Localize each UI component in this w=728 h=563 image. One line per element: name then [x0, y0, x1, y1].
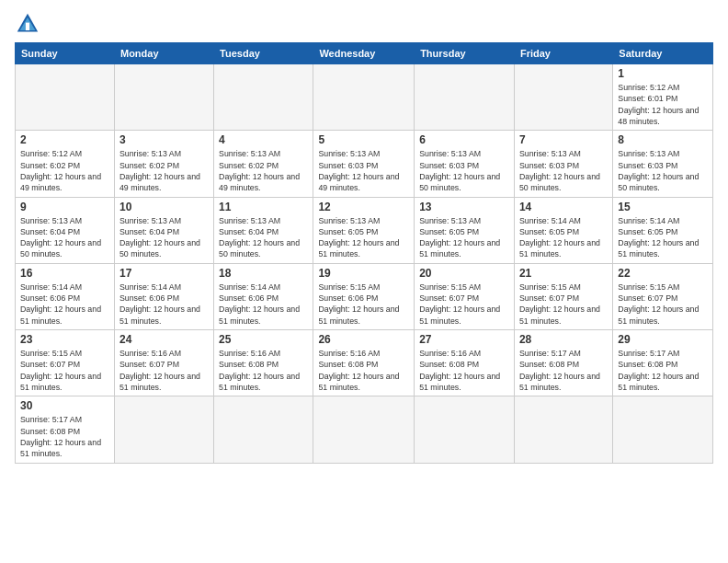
calendar-cell [114, 396, 213, 463]
calendar-cell: 15Sunrise: 5:14 AMSunset: 6:05 PMDayligh… [613, 197, 713, 263]
header [15, 11, 713, 37]
calendar-cell: 20Sunrise: 5:15 AMSunset: 6:07 PMDayligh… [415, 263, 515, 329]
day-info: Sunrise: 5:15 AMSunset: 6:07 PMDaylight:… [618, 282, 708, 327]
day-info: Sunrise: 5:13 AMSunset: 6:03 PMDaylight:… [618, 148, 708, 193]
weekday-header-friday: Friday [514, 43, 612, 64]
day-info: Sunrise: 5:13 AMSunset: 6:02 PMDaylight:… [119, 148, 209, 193]
weekday-header-sunday: Sunday [16, 43, 115, 64]
page: SundayMondayTuesdayWednesdayThursdayFrid… [0, 0, 728, 471]
calendar-table: SundayMondayTuesdayWednesdayThursdayFrid… [15, 42, 713, 464]
calendar-cell: 10Sunrise: 5:13 AMSunset: 6:04 PMDayligh… [114, 197, 213, 263]
day-number: 3 [119, 133, 209, 146]
svg-rect-2 [26, 23, 29, 30]
day-info: Sunrise: 5:16 AMSunset: 6:08 PMDaylight:… [419, 348, 509, 393]
calendar-cell: 13Sunrise: 5:13 AMSunset: 6:05 PMDayligh… [415, 197, 515, 263]
calendar-cell: 16Sunrise: 5:14 AMSunset: 6:06 PMDayligh… [16, 263, 115, 329]
day-number: 29 [618, 333, 708, 346]
day-number: 27 [419, 333, 509, 346]
calendar-cell: 19Sunrise: 5:15 AMSunset: 6:06 PMDayligh… [313, 263, 415, 329]
calendar-cell: 18Sunrise: 5:14 AMSunset: 6:06 PMDayligh… [214, 263, 313, 329]
calendar-cell: 12Sunrise: 5:13 AMSunset: 6:05 PMDayligh… [313, 197, 415, 263]
calendar-cell: 17Sunrise: 5:14 AMSunset: 6:06 PMDayligh… [114, 263, 213, 329]
calendar-cell: 5Sunrise: 5:13 AMSunset: 6:03 PMDaylight… [313, 131, 415, 197]
day-number: 30 [20, 399, 109, 412]
calendar-week-row: 1Sunrise: 5:12 AMSunset: 6:01 PMDaylight… [16, 64, 713, 131]
day-number: 15 [618, 201, 708, 213]
calendar-cell [114, 64, 213, 131]
calendar-cell: 7Sunrise: 5:13 AMSunset: 6:03 PMDaylight… [514, 131, 612, 197]
day-number: 16 [20, 267, 109, 280]
calendar-cell [214, 64, 313, 131]
day-number: 9 [20, 201, 109, 213]
day-number: 1 [618, 67, 708, 80]
calendar-cell: 25Sunrise: 5:16 AMSunset: 6:08 PMDayligh… [214, 330, 313, 396]
day-info: Sunrise: 5:15 AMSunset: 6:07 PMDaylight:… [20, 348, 109, 393]
weekday-header-saturday: Saturday [613, 43, 713, 64]
day-number: 17 [119, 267, 209, 280]
calendar-cell: 29Sunrise: 5:17 AMSunset: 6:08 PMDayligh… [613, 330, 713, 396]
day-number: 8 [618, 133, 708, 146]
day-number: 14 [519, 201, 608, 213]
calendar-cell [415, 64, 515, 131]
calendar-cell: 28Sunrise: 5:17 AMSunset: 6:08 PMDayligh… [514, 330, 612, 396]
day-info: Sunrise: 5:17 AMSunset: 6:08 PMDaylight:… [519, 348, 608, 393]
calendar-cell: 30Sunrise: 5:17 AMSunset: 6:08 PMDayligh… [16, 396, 115, 463]
day-number: 5 [318, 133, 409, 146]
calendar-cell: 4Sunrise: 5:13 AMSunset: 6:02 PMDaylight… [214, 131, 313, 197]
day-info: Sunrise: 5:14 AMSunset: 6:06 PMDaylight:… [119, 282, 209, 327]
day-info: Sunrise: 5:14 AMSunset: 6:06 PMDaylight:… [20, 282, 109, 327]
calendar-cell: 27Sunrise: 5:16 AMSunset: 6:08 PMDayligh… [415, 330, 515, 396]
day-number: 23 [20, 333, 109, 346]
day-info: Sunrise: 5:14 AMSunset: 6:05 PMDaylight:… [618, 215, 708, 260]
day-number: 10 [119, 201, 209, 213]
day-number: 19 [318, 267, 409, 280]
day-info: Sunrise: 5:16 AMSunset: 6:07 PMDaylight:… [119, 348, 209, 393]
calendar-cell [313, 396, 415, 463]
calendar-cell [415, 396, 515, 463]
day-number: 24 [119, 333, 209, 346]
day-number: 7 [519, 133, 608, 146]
calendar-cell [613, 396, 713, 463]
day-info: Sunrise: 5:14 AMSunset: 6:05 PMDaylight:… [519, 215, 608, 260]
calendar-cell: 1Sunrise: 5:12 AMSunset: 6:01 PMDaylight… [613, 64, 713, 131]
day-info: Sunrise: 5:13 AMSunset: 6:04 PMDaylight:… [20, 215, 109, 260]
weekday-header-thursday: Thursday [415, 43, 515, 64]
calendar-cell: 14Sunrise: 5:14 AMSunset: 6:05 PMDayligh… [514, 197, 612, 263]
day-info: Sunrise: 5:17 AMSunset: 6:08 PMDaylight:… [20, 414, 109, 459]
logo-icon [15, 11, 40, 37]
calendar-cell: 8Sunrise: 5:13 AMSunset: 6:03 PMDaylight… [613, 131, 713, 197]
day-info: Sunrise: 5:15 AMSunset: 6:07 PMDaylight:… [419, 282, 509, 327]
day-number: 11 [219, 201, 308, 213]
day-number: 4 [219, 133, 308, 146]
day-info: Sunrise: 5:13 AMSunset: 6:05 PMDaylight:… [419, 215, 509, 260]
day-info: Sunrise: 5:13 AMSunset: 6:03 PMDaylight:… [318, 148, 409, 193]
calendar-week-row: 9Sunrise: 5:13 AMSunset: 6:04 PMDaylight… [16, 197, 713, 263]
day-info: Sunrise: 5:15 AMSunset: 6:07 PMDaylight:… [519, 282, 608, 327]
day-number: 25 [219, 333, 308, 346]
calendar-cell: 11Sunrise: 5:13 AMSunset: 6:04 PMDayligh… [214, 197, 313, 263]
day-number: 22 [618, 267, 708, 280]
calendar-cell: 9Sunrise: 5:13 AMSunset: 6:04 PMDaylight… [16, 197, 115, 263]
day-info: Sunrise: 5:13 AMSunset: 6:04 PMDaylight:… [219, 215, 308, 260]
day-info: Sunrise: 5:16 AMSunset: 6:08 PMDaylight:… [318, 348, 409, 393]
calendar-cell: 23Sunrise: 5:15 AMSunset: 6:07 PMDayligh… [16, 330, 115, 396]
day-number: 2 [20, 133, 109, 146]
day-info: Sunrise: 5:15 AMSunset: 6:06 PMDaylight:… [318, 282, 409, 327]
day-number: 21 [519, 267, 608, 280]
calendar-cell: 24Sunrise: 5:16 AMSunset: 6:07 PMDayligh… [114, 330, 213, 396]
day-info: Sunrise: 5:13 AMSunset: 6:03 PMDaylight:… [519, 148, 608, 193]
day-info: Sunrise: 5:13 AMSunset: 6:05 PMDaylight:… [318, 215, 409, 260]
calendar-cell [313, 64, 415, 131]
calendar-week-row: 30Sunrise: 5:17 AMSunset: 6:08 PMDayligh… [16, 396, 713, 463]
calendar-cell: 26Sunrise: 5:16 AMSunset: 6:08 PMDayligh… [313, 330, 415, 396]
calendar-week-row: 23Sunrise: 5:15 AMSunset: 6:07 PMDayligh… [16, 330, 713, 396]
calendar-cell [214, 396, 313, 463]
day-number: 6 [419, 133, 509, 146]
day-number: 20 [419, 267, 509, 280]
calendar-week-row: 2Sunrise: 5:12 AMSunset: 6:02 PMDaylight… [16, 131, 713, 197]
calendar-cell [16, 64, 115, 131]
calendar-cell [514, 64, 612, 131]
calendar-cell: 22Sunrise: 5:15 AMSunset: 6:07 PMDayligh… [613, 263, 713, 329]
day-number: 12 [318, 201, 409, 213]
day-number: 26 [318, 333, 409, 346]
